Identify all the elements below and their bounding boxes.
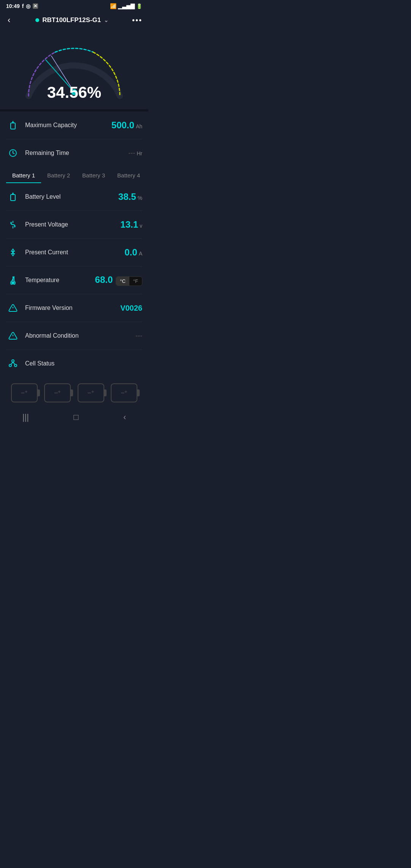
battery-selector-2[interactable]: −⁺ bbox=[44, 383, 71, 402]
status-right: 📶 ▁▃▅▇ 🔋 bbox=[110, 3, 142, 9]
battery-level-row: Battery Level 38.5 % bbox=[6, 183, 142, 211]
present-voltage-label: Present Voltage bbox=[25, 221, 120, 228]
tab-battery-2[interactable]: Battery 2 bbox=[41, 168, 76, 183]
fahrenheit-button[interactable]: °F bbox=[129, 277, 142, 286]
svg-point-11 bbox=[12, 360, 14, 362]
firmware-version-row: Firmware Version V0026 bbox=[6, 294, 142, 322]
abnormal-icon bbox=[6, 329, 20, 343]
remaining-time-dashes: --- bbox=[128, 149, 135, 157]
voltage-icon bbox=[6, 218, 20, 231]
present-current-row: Present Current 0.0 A bbox=[6, 239, 142, 266]
present-current-number: 0.0 bbox=[124, 247, 137, 258]
max-capacity-row: Maximum Capacity 500.0 Ah bbox=[6, 112, 142, 139]
tab-battery-1[interactable]: Battery 1 bbox=[6, 168, 41, 183]
battery-icon-4-label: −⁺ bbox=[121, 389, 128, 397]
remaining-time-label: Remaining Time bbox=[25, 150, 128, 156]
cell-status-label: Cell Status bbox=[25, 360, 142, 367]
nav-bar: ||| □ ‹ bbox=[0, 406, 148, 431]
temperature-value: 68.0 °C °F bbox=[95, 274, 142, 286]
max-capacity-number: 500.0 bbox=[112, 120, 134, 131]
firmware-label: Firmware Version bbox=[25, 305, 120, 311]
cell-status-row: Cell Status bbox=[6, 350, 142, 377]
status-bar: 10:49 f ◎ ✕ 📶 ▁▃▅▇ 🔋 bbox=[0, 0, 148, 11]
svg-line-15 bbox=[13, 362, 15, 364]
remaining-time-unit: Hr bbox=[137, 150, 142, 156]
gauge-percent: 34.56% bbox=[17, 83, 131, 102]
gauge-container: 34.56% bbox=[0, 31, 148, 109]
present-current-label: Present Current bbox=[25, 249, 124, 256]
battery-level-value: 38.5 % bbox=[118, 191, 142, 202]
tab-battery-5[interactable]: Batte bbox=[146, 168, 148, 183]
cell-status-icon bbox=[6, 357, 20, 370]
battery-level-icon bbox=[6, 190, 20, 204]
bottom-battery-icons: −⁺ −⁺ −⁺ −⁺ bbox=[0, 377, 148, 406]
battery-level-label: Battery Level bbox=[25, 193, 118, 200]
firmware-icon bbox=[6, 301, 20, 315]
battery-status-icon: 🔋 bbox=[136, 3, 142, 9]
close-icon: ✕ bbox=[33, 3, 38, 9]
svg-point-12 bbox=[9, 364, 11, 367]
status-left: 10:49 f ◎ ✕ bbox=[6, 3, 38, 9]
target-icon: ◎ bbox=[26, 3, 30, 9]
battery-selector-3[interactable]: −⁺ bbox=[78, 383, 104, 402]
header-title: RBT100LFP12S-G1 ⌄ bbox=[35, 16, 108, 24]
facebook-icon: f bbox=[22, 3, 24, 9]
remaining-time-row: Remaining Time --- Hr bbox=[6, 139, 142, 167]
present-current-unit: A bbox=[139, 251, 142, 257]
svg-point-6 bbox=[12, 282, 14, 284]
signal-icon: ▁▃▅▇ bbox=[118, 3, 135, 9]
celsius-button[interactable]: °C bbox=[116, 277, 129, 286]
battery-detail-section: Battery Level 38.5 % Present Voltage 13.… bbox=[0, 183, 148, 377]
abnormal-condition-row: Abnormal Condition --- bbox=[6, 322, 142, 350]
clock-icon bbox=[6, 146, 20, 160]
battery-icon-2-label: −⁺ bbox=[54, 389, 61, 397]
battery-level-number: 38.5 bbox=[118, 191, 136, 202]
present-voltage-number: 13.1 bbox=[120, 219, 138, 230]
battery-icon-3-label: −⁺ bbox=[87, 389, 94, 397]
header: ‹ RBT100LFP12S-G1 ⌄ ••• bbox=[0, 11, 148, 31]
connection-status-dot bbox=[35, 18, 39, 22]
wifi-icon: 📶 bbox=[110, 3, 116, 9]
temperature-row: Temperature 68.0 °C °F bbox=[6, 266, 142, 294]
home-nav-button[interactable]: □ bbox=[66, 411, 86, 424]
gauge-svg: 34.56% bbox=[17, 35, 131, 102]
svg-point-13 bbox=[14, 364, 17, 367]
battery-selector-4[interactable]: −⁺ bbox=[111, 383, 137, 402]
menu-nav-button[interactable]: ||| bbox=[15, 411, 37, 424]
temperature-number: 68.0 bbox=[95, 274, 113, 285]
max-capacity-unit: Ah bbox=[136, 123, 142, 129]
max-capacity-value: 500.0 Ah bbox=[112, 120, 142, 131]
tab-battery-3[interactable]: Battery 3 bbox=[76, 168, 111, 183]
temperature-label: Temperature bbox=[25, 277, 95, 284]
svg-line-14 bbox=[11, 362, 13, 364]
chevron-down-icon[interactable]: ⌄ bbox=[104, 17, 108, 23]
back-button[interactable]: ‹ bbox=[6, 14, 12, 27]
present-voltage-unit: v bbox=[140, 223, 142, 229]
firmware-value: V0026 bbox=[120, 304, 142, 313]
battery-tabs: Battery 1 Battery 2 Battery 3 Battery 4 … bbox=[0, 167, 148, 183]
battery-selector-1[interactable]: −⁺ bbox=[11, 383, 38, 402]
more-options-button[interactable]: ••• bbox=[132, 16, 142, 25]
summary-section: Maximum Capacity 500.0 Ah Remaining Time… bbox=[0, 112, 148, 167]
device-name: RBT100LFP12S-G1 bbox=[42, 16, 101, 24]
svg-rect-3 bbox=[11, 123, 15, 129]
status-time: 10:49 bbox=[6, 3, 20, 9]
battery-level-unit: % bbox=[138, 195, 142, 201]
present-current-value: 0.0 A bbox=[124, 247, 142, 258]
max-capacity-label: Maximum Capacity bbox=[25, 122, 112, 129]
capacity-icon bbox=[6, 118, 20, 132]
svg-rect-5 bbox=[11, 195, 15, 201]
thermometer-icon bbox=[6, 273, 20, 287]
back-nav-button[interactable]: ‹ bbox=[116, 411, 134, 424]
abnormal-value: --- bbox=[135, 332, 142, 340]
temperature-unit-toggle[interactable]: °C °F bbox=[116, 276, 142, 286]
current-icon bbox=[6, 246, 20, 259]
tab-battery-4[interactable]: Battery 4 bbox=[111, 168, 146, 183]
abnormal-label: Abnormal Condition bbox=[25, 332, 135, 339]
remaining-time-value: --- Hr bbox=[128, 149, 142, 157]
present-voltage-value: 13.1 v bbox=[120, 219, 142, 230]
present-voltage-row: Present Voltage 13.1 v bbox=[6, 211, 142, 239]
battery-icon-1-label: −⁺ bbox=[21, 389, 28, 397]
